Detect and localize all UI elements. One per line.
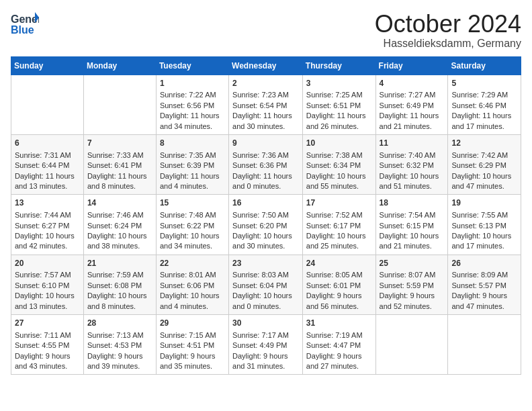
weekday-header-row: SundayMondayTuesdayWednesdayThursdayFrid…	[11, 56, 521, 75]
day-number: 9	[232, 138, 299, 149]
cell-info-line: Sunset: 6:13 PM	[451, 221, 517, 231]
calendar-cell: 8Sunrise: 7:35 AMSunset: 6:39 PMDaylight…	[156, 134, 228, 194]
cell-info-line: Daylight: 10 hours	[15, 231, 80, 241]
day-number: 2	[232, 78, 299, 89]
calendar-cell: 7Sunrise: 7:33 AMSunset: 6:41 PMDaylight…	[83, 134, 156, 194]
cell-info-line: Sunset: 6:15 PM	[380, 221, 445, 231]
svg-text:General: General	[11, 13, 39, 25]
calendar-cell: 25Sunrise: 8:07 AMSunset: 5:59 PMDayligh…	[375, 255, 448, 314]
cell-info-line: Sunset: 6:29 PM	[451, 161, 517, 171]
day-number: 29	[160, 318, 225, 329]
day-number: 7	[87, 138, 152, 149]
cell-info-line: and 21 minutes.	[380, 241, 445, 251]
cell-info-line: Daylight: 11 hours	[380, 111, 445, 121]
cell-info-line: Daylight: 9 hours	[380, 291, 445, 301]
cell-info-line: Sunrise: 7:15 AM	[160, 330, 225, 340]
cell-info-line: Sunset: 4:47 PM	[306, 340, 372, 351]
cell-info-line: Sunset: 6:44 PM	[15, 161, 80, 171]
cell-info-line: and 55 minutes.	[306, 181, 372, 191]
calendar-title: October 2024	[375, 11, 521, 38]
cell-info-line: Sunrise: 8:03 AM	[232, 270, 299, 280]
cell-info-line: Sunset: 6:24 PM	[87, 221, 152, 231]
cell-info-line: Daylight: 10 hours	[380, 171, 445, 181]
cell-info-line: and 38 minutes.	[87, 241, 152, 251]
day-number: 25	[380, 258, 445, 269]
cell-info-line: Daylight: 9 hours	[232, 351, 299, 361]
cell-info-line: Sunrise: 7:25 AM	[306, 90, 372, 100]
calendar-cell: 22Sunrise: 8:01 AMSunset: 6:06 PMDayligh…	[156, 255, 228, 314]
cell-info-line: Daylight: 10 hours	[380, 231, 445, 241]
day-number: 27	[15, 318, 80, 329]
day-number: 6	[15, 138, 80, 149]
cell-info-line: and 8 minutes.	[87, 181, 152, 191]
calendar-cell: 31Sunrise: 7:19 AMSunset: 4:47 PMDayligh…	[302, 315, 375, 375]
calendar-cell: 13Sunrise: 7:44 AMSunset: 6:27 PMDayligh…	[11, 195, 84, 255]
cell-info-line: Sunset: 6:08 PM	[87, 281, 152, 291]
calendar-cell	[11, 75, 84, 134]
cell-info-line: and 17 minutes.	[451, 241, 517, 251]
cell-info-line: Sunrise: 7:50 AM	[232, 210, 299, 220]
cell-info-line: Sunrise: 8:07 AM	[380, 270, 445, 280]
cell-info-line: and 8 minutes.	[87, 302, 152, 312]
cell-info-line: Sunset: 5:57 PM	[451, 281, 517, 291]
cell-info-line: Sunset: 6:17 PM	[306, 221, 372, 231]
cell-info-line: Sunrise: 7:55 AM	[451, 210, 517, 220]
calendar-cell: 17Sunrise: 7:52 AMSunset: 6:17 PMDayligh…	[302, 195, 375, 255]
cell-info-line: Daylight: 10 hours	[306, 231, 372, 241]
logo-icon: General Blue	[11, 11, 39, 36]
cell-info-line: Sunset: 6:54 PM	[232, 101, 299, 111]
cell-info-line: and 13 minutes.	[15, 302, 80, 312]
calendar-cell: 11Sunrise: 7:40 AMSunset: 6:32 PMDayligh…	[375, 134, 448, 194]
cell-info-line: Daylight: 10 hours	[87, 291, 152, 301]
cell-info-line: Sunrise: 7:44 AM	[15, 210, 80, 220]
cell-info-line: Daylight: 9 hours	[87, 351, 152, 361]
weekday-header-saturday: Saturday	[448, 56, 521, 75]
cell-info-line: Daylight: 11 hours	[87, 171, 152, 181]
cell-info-line: and 25 minutes.	[306, 241, 372, 251]
cell-info-line: Sunrise: 7:38 AM	[306, 150, 372, 161]
cell-info-line: and 17 minutes.	[451, 122, 517, 132]
day-number: 28	[87, 318, 152, 329]
cell-info-line: Sunset: 6:22 PM	[160, 221, 225, 231]
day-number: 10	[306, 138, 372, 149]
weekday-header-friday: Friday	[375, 56, 448, 75]
cell-info-line: Sunset: 6:01 PM	[306, 281, 372, 291]
calendar-cell	[83, 75, 156, 134]
cell-info-line: Sunrise: 7:57 AM	[15, 270, 80, 280]
calendar-week-row: 6Sunrise: 7:31 AMSunset: 6:44 PMDaylight…	[11, 134, 521, 194]
cell-info-line: and 31 minutes.	[232, 361, 299, 371]
cell-info-line: Sunrise: 7:36 AM	[232, 150, 299, 161]
day-number: 5	[451, 78, 517, 89]
cell-info-line: and 21 minutes.	[380, 122, 445, 132]
calendar-cell: 10Sunrise: 7:38 AMSunset: 6:34 PMDayligh…	[302, 134, 375, 194]
calendar-cell: 18Sunrise: 7:54 AMSunset: 6:15 PMDayligh…	[375, 195, 448, 255]
cell-info-line: Daylight: 10 hours	[232, 231, 299, 241]
cell-info-line: and 52 minutes.	[380, 302, 445, 312]
cell-info-line: Sunset: 6:04 PM	[232, 281, 299, 291]
calendar-table: SundayMondayTuesdayWednesdayThursdayFrid…	[11, 56, 521, 375]
cell-info-line: Sunrise: 7:13 AM	[87, 330, 152, 340]
day-number: 3	[306, 78, 372, 89]
cell-info-line: and 43 minutes.	[15, 361, 80, 371]
cell-info-line: Sunset: 6:06 PM	[160, 281, 225, 291]
cell-info-line: Daylight: 11 hours	[451, 111, 517, 121]
logo: General Blue	[11, 11, 39, 36]
calendar-cell: 4Sunrise: 7:27 AMSunset: 6:49 PMDaylight…	[375, 75, 448, 134]
day-number: 21	[87, 258, 152, 269]
day-number: 24	[306, 258, 372, 269]
calendar-cell: 12Sunrise: 7:42 AMSunset: 6:29 PMDayligh…	[448, 134, 521, 194]
cell-info-line: Sunrise: 7:46 AM	[87, 210, 152, 220]
cell-info-line: Daylight: 11 hours	[15, 171, 80, 181]
day-number: 8	[160, 138, 225, 149]
weekday-header-monday: Monday	[83, 56, 156, 75]
day-number: 19	[451, 197, 517, 209]
cell-info-line: Sunset: 4:49 PM	[232, 340, 299, 351]
cell-info-line: Daylight: 10 hours	[306, 171, 372, 181]
calendar-cell: 19Sunrise: 7:55 AMSunset: 6:13 PMDayligh…	[448, 195, 521, 255]
cell-info-line: and 30 minutes.	[232, 241, 299, 251]
day-number: 22	[160, 258, 225, 269]
calendar-cell: 28Sunrise: 7:13 AMSunset: 4:53 PMDayligh…	[83, 315, 156, 375]
cell-info-line: Sunrise: 7:52 AM	[306, 210, 372, 220]
cell-info-line: Sunrise: 7:59 AM	[87, 270, 152, 280]
cell-info-line: Daylight: 10 hours	[160, 291, 225, 301]
